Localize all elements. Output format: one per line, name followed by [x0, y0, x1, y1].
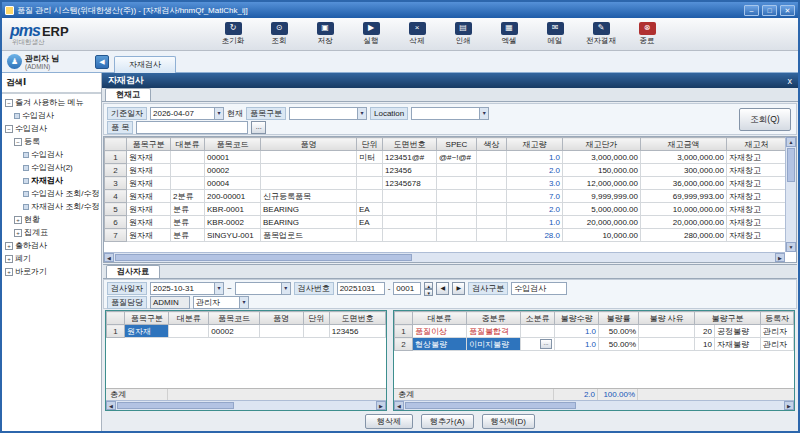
stock-column-header[interactable]: 단위: [357, 138, 383, 151]
item-column-header[interactable]: 대분류: [169, 312, 209, 325]
stock-cell-spec[interactable]: [437, 216, 477, 229]
toolbar-init-button[interactable]: ↻초기화: [210, 22, 256, 46]
quality-manager-id[interactable]: ADMIN: [150, 296, 190, 309]
inspection-date-from-select[interactable]: 2025-10-31▾: [150, 282, 224, 295]
scroll-right-icon[interactable]: ▶: [784, 401, 794, 410]
stock-column-header[interactable]: 색상: [477, 138, 507, 151]
toolbar-run-button[interactable]: ▶실행: [348, 22, 394, 46]
defect-cell-type[interactable]: 공정불량: [715, 325, 761, 338]
stock-grid-vscrollbar[interactable]: ▲ ▼: [785, 137, 796, 252]
defect-cell-category[interactable]: 품질이상: [413, 325, 467, 338]
stock-cell-code[interactable]: 00004: [205, 177, 261, 190]
stock-cell-name[interactable]: [261, 151, 357, 164]
item-grid-hscrollbar[interactable]: ◀ ▶: [106, 400, 386, 410]
stock-cell-item_type[interactable]: 원자재: [127, 190, 171, 203]
defect-cell-type-code[interactable]: 20: [695, 325, 715, 338]
defect-grid-hscrollbar[interactable]: ◀ ▶: [394, 400, 794, 410]
stock-cell-warehouse[interactable]: 자재창고: [727, 203, 787, 216]
tree-expander-icon[interactable]: −: [14, 138, 22, 146]
stock-cell-name[interactable]: BEARING: [261, 216, 357, 229]
stock-cell-price[interactable]: 5,000,000.00: [563, 203, 641, 216]
scroll-left-icon[interactable]: ◀: [104, 253, 114, 262]
defect-cell-middle[interactable]: 이미지불량: [467, 338, 521, 351]
scroll-up-icon[interactable]: ▲: [786, 137, 796, 147]
stock-cell-drawing[interactable]: 123451@#: [383, 151, 437, 164]
defect-column-header[interactable]: 소분류: [521, 312, 555, 325]
defect-cell-reason[interactable]: [639, 325, 695, 338]
defect-cell-category[interactable]: 형상불량: [413, 338, 467, 351]
stock-cell-price[interactable]: 20,000,000.00: [563, 216, 641, 229]
stock-column-header[interactable]: 대분류: [171, 138, 205, 151]
next-record-button[interactable]: ▶: [452, 282, 465, 295]
stock-cell-drawing[interactable]: 123456: [383, 164, 437, 177]
seq-spinner[interactable]: ▴▾: [424, 282, 433, 295]
base-date-select[interactable]: 2026-04-07▾: [150, 107, 224, 120]
stock-cell-warehouse[interactable]: 자재창고: [727, 216, 787, 229]
stock-cell-code[interactable]: 00001: [205, 151, 261, 164]
item-cell-cat[interactable]: [169, 325, 209, 338]
stock-column-header[interactable]: 재고량: [507, 138, 563, 151]
stock-cell-drawing[interactable]: [383, 229, 437, 242]
inspection-no-input[interactable]: 20251031: [337, 282, 385, 295]
item-cell-name[interactable]: [259, 325, 303, 338]
sidebar-item[interactable]: +폐기: [2, 252, 101, 265]
prev-record-button[interactable]: ◀: [436, 282, 449, 295]
defect-cell-qty[interactable]: 1.0: [555, 338, 599, 351]
tree-expander-icon[interactable]: +: [14, 229, 22, 237]
maximize-button[interactable]: □: [762, 5, 777, 16]
stock-cell-cat[interactable]: 분류: [171, 203, 205, 216]
stock-cell-code[interactable]: SINGYU-001: [205, 229, 261, 242]
item-column-header[interactable]: 품명: [259, 312, 303, 325]
tree-expander-icon[interactable]: +: [5, 242, 13, 250]
stock-cell-cat[interactable]: 분류: [171, 229, 205, 242]
defect-cell-sub[interactable]: ...: [521, 338, 555, 351]
tree-expander-icon[interactable]: +: [5, 255, 13, 263]
stock-cell-cat[interactable]: [171, 177, 205, 190]
defect-cell-user[interactable]: 관리자: [761, 325, 794, 338]
stock-row[interactable]: 4원자재2분류200-00001신규등록품목7.09,999,999.0069,…: [105, 190, 787, 203]
stock-cell-warehouse[interactable]: 자재창고: [727, 190, 787, 203]
stock-cell-warehouse[interactable]: 자재창고: [727, 164, 787, 177]
stock-cell-code[interactable]: KBR-0001: [205, 203, 261, 216]
defect-column-header[interactable]: 등록자: [761, 312, 794, 325]
item-cell-drawing[interactable]: 123456: [329, 325, 385, 338]
defect-cell-type[interactable]: 자재불량: [715, 338, 761, 351]
stock-cell-drawing[interactable]: [383, 203, 437, 216]
sidebar-item[interactable]: 자재검사 조회/수정: [2, 200, 101, 213]
stock-cell-code[interactable]: 00002: [205, 164, 261, 177]
stock-cell-unit[interactable]: [357, 229, 383, 242]
stock-cell-unit[interactable]: [357, 164, 383, 177]
stock-cell-qty[interactable]: 3.0: [507, 177, 563, 190]
toolbar-excel-button[interactable]: ▦엑셀: [486, 22, 532, 46]
stock-row[interactable]: 7원자재분류SINGYU-001품목업로드28.010,000.00280,00…: [105, 229, 787, 242]
toolbar-query-button[interactable]: ⊙조회: [256, 22, 302, 46]
item-type-select[interactable]: ▾: [289, 107, 367, 120]
sidebar-item[interactable]: +현황: [2, 213, 101, 226]
sidebar-item[interactable]: −등록: [2, 135, 101, 148]
sidebar-item[interactable]: +출하검사: [2, 239, 101, 252]
stock-cell-spec[interactable]: [437, 164, 477, 177]
location-select[interactable]: ▾: [411, 107, 489, 120]
scroll-down-icon[interactable]: ▼: [786, 242, 796, 252]
stock-cell-name[interactable]: 품목업로드: [261, 229, 357, 242]
spin-up-icon[interactable]: ▴: [424, 282, 433, 289]
toolbar-delete-button[interactable]: ×삭제: [394, 22, 440, 46]
item-column-header[interactable]: 도면번호: [329, 312, 385, 325]
stock-cell-unit[interactable]: EA: [357, 203, 383, 216]
sidebar-item[interactable]: +바로가기: [2, 265, 101, 278]
stock-cell-cat[interactable]: 분류: [171, 216, 205, 229]
defect-column-header[interactable]: 대분류: [413, 312, 467, 325]
inspection-seq-input[interactable]: 0001: [393, 282, 421, 295]
stock-cell-name[interactable]: 신규등록품목: [261, 190, 357, 203]
stock-row[interactable]: 2원자재000021234562.0150,000.00300,000.00자재…: [105, 164, 787, 177]
back-button[interactable]: ◀: [95, 55, 109, 69]
stock-cell-unit[interactable]: [357, 190, 383, 203]
stock-cell-color[interactable]: [477, 164, 507, 177]
stock-cell-color[interactable]: [477, 216, 507, 229]
stock-cell-qty[interactable]: 28.0: [507, 229, 563, 242]
stock-cell-item_type[interactable]: 원자재: [127, 203, 171, 216]
stock-cell-spec[interactable]: [437, 177, 477, 190]
defect-cell-rate[interactable]: 50.00%: [599, 338, 639, 351]
stock-cell-color[interactable]: [477, 151, 507, 164]
defect-cell-reason[interactable]: [639, 338, 695, 351]
